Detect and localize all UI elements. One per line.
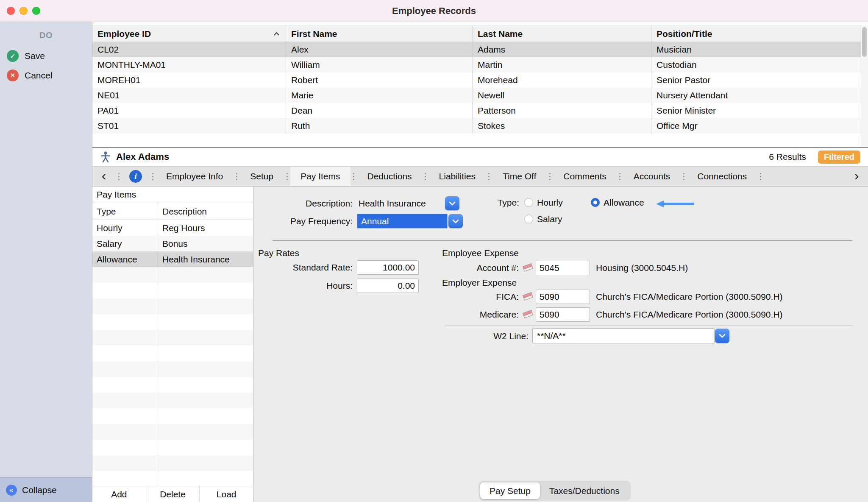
tab-pay-items[interactable]: Pay Items <box>290 167 350 186</box>
save-button[interactable]: ✓ Save <box>0 46 92 66</box>
type-radio-allowance[interactable]: Allowance <box>591 195 644 210</box>
pay-item-empty-row <box>92 361 253 377</box>
cancel-x-icon: × <box>7 70 19 81</box>
description-label: Description: <box>253 196 353 211</box>
pay-items-buttons: AddDeleteLoad <box>92 486 253 502</box>
tab-scroll-left-button[interactable]: ‹ <box>92 167 115 186</box>
column-header-employee-id[interactable]: Employee ID <box>92 26 286 42</box>
account-lookup-eraser-icon[interactable] <box>522 263 534 274</box>
type-radio-hourly[interactable]: Hourly <box>524 195 563 210</box>
employee-cell: MOREH01 <box>92 73 286 88</box>
tab-separator <box>680 167 687 186</box>
employee-cell: Newell <box>472 88 651 103</box>
employee-cell: Marie <box>286 88 472 103</box>
column-header-label: First Name <box>291 29 337 39</box>
medicare-account-input[interactable] <box>536 307 590 322</box>
collapse-sidebar-button[interactable]: « Collapse <box>0 477 92 502</box>
sidebar: DO ✓ Save × Cancel « Collapse <box>0 22 92 502</box>
minimize-window-button[interactable] <box>19 7 28 15</box>
tab-liabilities[interactable]: Liabilities <box>429 167 486 186</box>
hours-input[interactable] <box>357 279 419 293</box>
pay-items-panel-title: Pay Items <box>92 187 253 203</box>
radio-unchecked-icon <box>524 198 533 207</box>
column-header-label: Employee ID <box>97 29 151 39</box>
record-info-button[interactable]: i <box>122 167 149 186</box>
w2-line-dropdown-button[interactable] <box>715 329 729 343</box>
column-header-last-name[interactable]: Last Name <box>472 26 651 42</box>
employee-cell: Nursery Attendant <box>651 88 861 103</box>
column-header-position-title[interactable]: Position/Title <box>651 26 861 42</box>
tab-scroll-right-button[interactable]: › <box>845 167 868 186</box>
tab-time-off[interactable]: Time Off <box>492 167 546 186</box>
collapse-chevron-icon: « <box>6 485 17 496</box>
employee-row-cl02[interactable]: CL02AlexAdamsMusician <box>92 42 861 57</box>
filtered-badge[interactable]: Filtered <box>818 151 860 164</box>
employee-cell: Senior Pastor <box>651 73 861 88</box>
content-area: Pay Items TypeDescription HourlyReg Hour… <box>92 187 868 502</box>
employee-cell: William <box>286 57 472 73</box>
tab-bar: ‹ i Employee InfoSetupPay ItemsDeduction… <box>92 167 868 187</box>
zoom-window-button[interactable] <box>32 7 40 15</box>
pay-items-body: HourlyReg HoursSalaryBonusAllowanceHealt… <box>92 220 253 486</box>
tab-employee-info[interactable]: Employee Info <box>156 167 233 186</box>
employee-row-moreh01[interactable]: MOREH01RobertMoreheadSenior Pastor <box>92 73 861 88</box>
pay-frequency-dropdown-button[interactable] <box>448 214 463 228</box>
fica-account-input[interactable] <box>536 290 590 304</box>
employee-row-pa01[interactable]: PA01DeanPattersonSenior Minister <box>92 103 861 118</box>
pay-frequency-label: Pay Frequency: <box>253 214 353 229</box>
pay-items-add-button[interactable]: Add <box>92 486 146 502</box>
employee-records-window: Employee Records DO ✓ Save × Cancel « Co… <box>0 0 868 502</box>
tab-connections[interactable]: Connections <box>687 167 757 186</box>
fica-lookup-eraser-icon[interactable] <box>522 292 534 303</box>
standard-rate-input[interactable] <box>357 260 419 275</box>
column-header-first-name[interactable]: First Name <box>286 26 472 42</box>
person-icon <box>100 151 111 163</box>
pay-item-type: Hourly <box>92 220 158 236</box>
allowance-pointer-arrow-icon <box>655 199 694 209</box>
bottom-tab-pay-setup[interactable]: Pay Setup <box>480 482 540 499</box>
account-number-input[interactable] <box>536 261 590 275</box>
tab-accounts[interactable]: Accounts <box>623 167 680 186</box>
close-window-button[interactable] <box>7 7 15 15</box>
pay-frequency-value[interactable]: Annual <box>357 214 448 229</box>
type-salary-label: Salary <box>537 214 562 224</box>
tab-separator <box>233 167 240 186</box>
type-radio-salary[interactable]: Salary <box>524 212 562 226</box>
pay-item-row-reg-hours[interactable]: HourlyReg Hours <box>92 220 253 236</box>
employee-table-scrollbar[interactable] <box>861 25 868 147</box>
employer-expense-heading: Employer Expense <box>442 275 517 290</box>
section-divider <box>445 326 852 326</box>
employee-row-ne01[interactable]: NE01MarieNewellNursery Attendant <box>92 88 861 103</box>
account-description: Housing (3000.5045.H) <box>596 260 688 275</box>
employee-cell: Alex <box>286 42 472 57</box>
medicare-lookup-eraser-icon[interactable] <box>522 310 534 321</box>
pay-item-empty-row <box>92 377 253 393</box>
employee-row-st01[interactable]: ST01RuthStokesOffice Mgr <box>92 118 861 134</box>
window-title: Employee Records <box>392 6 476 17</box>
employee-cell: Senior Minister <box>651 103 861 118</box>
pay-items-load-button[interactable]: Load <box>199 486 253 502</box>
pay-item-row-bonus[interactable]: SalaryBonus <box>92 236 253 251</box>
pay-item-row-health-insurance[interactable]: AllowanceHealth Insurance <box>92 251 253 267</box>
account-number-label: Account #: <box>423 260 519 275</box>
results-count: 6 Results <box>769 152 806 162</box>
type-allowance-label: Allowance <box>604 198 644 208</box>
standard-rate-label: Standard Rate: <box>253 260 353 275</box>
employee-cell: Custodian <box>651 57 861 73</box>
tab-setup[interactable]: Setup <box>240 167 284 186</box>
scrollbar-thumb[interactable] <box>862 27 867 57</box>
employee-cell: Dean <box>286 103 472 118</box>
bottom-tab-taxes-deductions[interactable]: Taxes/Deductions <box>540 482 629 499</box>
pay-item-empty-row <box>92 424 253 440</box>
pay-items-delete-button[interactable]: Delete <box>146 486 200 502</box>
tab-deductions[interactable]: Deductions <box>357 167 422 186</box>
cancel-button[interactable]: × Cancel <box>0 66 92 85</box>
employee-row-monthly-ma01[interactable]: MONTHLY-MA01WilliamMartinCustodian <box>92 57 861 73</box>
w2-line-value[interactable]: **N/A** <box>532 328 715 343</box>
description-dropdown-button[interactable] <box>445 196 459 210</box>
employee-cell: Robert <box>286 73 472 88</box>
hours-label: Hours: <box>253 278 353 293</box>
pay-item-empty-row <box>92 298 253 314</box>
radio-unchecked-icon <box>524 215 533 223</box>
tab-comments[interactable]: Comments <box>553 167 617 186</box>
